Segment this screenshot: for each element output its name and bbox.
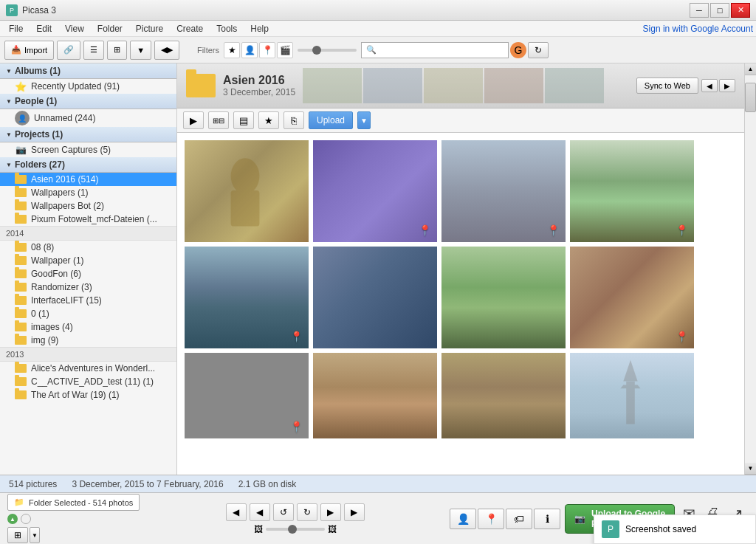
play-button[interactable]: ▶ <box>183 111 204 129</box>
upload-button[interactable]: Upload <box>309 111 353 129</box>
maximize-button[interactable]: □ <box>710 3 729 18</box>
filter-slider[interactable] <box>298 49 357 52</box>
rotate-left-btn[interactable]: ↺ <box>273 503 294 521</box>
unnamed-person-item[interactable]: 👤 Unnamed (244) <box>0 109 176 127</box>
main-area: ▼ Albums (1) ⭐ Recently Updated (91) ▼ P… <box>0 63 756 475</box>
radio-btn[interactable] <box>21 514 31 524</box>
photo-11[interactable] <box>440 351 564 437</box>
location-filter[interactable]: 📍 <box>259 42 275 58</box>
folders-label: Folders (27) <box>15 159 65 170</box>
prev-btn[interactable]: ◀ <box>226 503 247 521</box>
photo-7[interactable] <box>440 245 564 347</box>
sync-button[interactable]: Sync to Web <box>636 78 698 94</box>
scroll-thumb[interactable] <box>745 83 756 112</box>
zoom-slider-container: 🖼 🖼 <box>254 524 337 534</box>
menu-file[interactable]: File <box>3 22 29 35</box>
folder-goodfon[interactable]: GoodFon (6) <box>0 267 176 280</box>
refresh-button[interactable]: ↻ <box>528 42 549 58</box>
photo-1[interactable] <box>183 139 307 241</box>
projects-header[interactable]: ▼ Projects (1) <box>0 127 176 142</box>
view-dropdown-button[interactable]: ▼ <box>30 527 40 543</box>
asien-2016-item[interactable]: Asien 2016 (514) <box>0 173 176 186</box>
menu-edit[interactable]: Edit <box>30 22 58 35</box>
photo-2[interactable]: 📍 <box>312 139 436 241</box>
folders-header[interactable]: ▼ Folders (27) <box>0 157 176 173</box>
movie-filter[interactable]: 🎬 <box>277 42 293 58</box>
star-button[interactable]: ★ <box>258 111 279 129</box>
folder-alice[interactable]: Alice's Adventures in Wonderl... <box>0 362 176 375</box>
movie-button[interactable]: ▤ <box>233 111 254 129</box>
photo-12[interactable] <box>568 351 693 437</box>
person-filter[interactable]: 👤 <box>241 42 258 58</box>
prev-btn-2[interactable]: ◀ <box>250 503 270 521</box>
info-tool-btn[interactable]: ℹ <box>534 509 560 529</box>
star-filter[interactable]: ★ <box>224 42 240 58</box>
wallpapers-item[interactable]: Wallpapers (1) <box>0 186 176 199</box>
list-view-button[interactable]: ☰ <box>83 41 104 60</box>
folder-wallpaper[interactable]: Wallpaper (1) <box>0 254 176 267</box>
bottom-mini-controls: ▲ <box>7 514 31 524</box>
wallpapers-bot-item[interactable]: Wallpapers Bot (2) <box>0 199 176 213</box>
albums-header[interactable]: ▼ Albums (1) <box>0 63 176 79</box>
photo-9[interactable]: 📍 <box>183 351 307 437</box>
upload-dropdown[interactable]: ▼ <box>357 111 371 129</box>
folder-active-add[interactable]: C__ACTIVE_ADD_test (11) (1) <box>0 375 176 388</box>
share-button[interactable]: 🔗 <box>57 41 80 60</box>
folder-interfacelift[interactable]: InterfaceLIFT (15) <box>0 294 176 307</box>
dropdown-button[interactable]: ▼ <box>130 41 151 60</box>
photo-6[interactable] <box>312 245 436 347</box>
next-btn-2[interactable]: ▶ <box>344 503 365 521</box>
next-btn[interactable]: ▶ <box>320 503 341 521</box>
grid-view-button[interactable]: ⊞ <box>107 41 127 60</box>
photo-8[interactable]: 📍 <box>568 245 693 347</box>
photo-4[interactable]: 📍 <box>568 139 693 241</box>
scroll-track[interactable] <box>745 75 756 463</box>
photo-5[interactable]: 📍 <box>183 245 307 347</box>
photo-count: 514 pictures <box>9 479 57 489</box>
sync-radio-buttons: ◀ ▶ <box>701 79 735 92</box>
zoom-slider[interactable] <box>266 528 325 531</box>
folder-images[interactable]: images (4) <box>0 320 176 334</box>
unnamed-label: Unnamed (244) <box>34 113 95 123</box>
sync-radio-left[interactable]: ◀ <box>701 79 718 92</box>
scroll-down-arrow[interactable]: ▼ <box>745 463 756 475</box>
photo-10[interactable] <box>312 351 436 437</box>
menu-folder[interactable]: Folder <box>92 22 128 35</box>
rotate-right-btn[interactable]: ↻ <box>297 503 317 521</box>
zoom-thumb[interactable] <box>288 525 297 534</box>
collage-button[interactable]: ⊞⊟ <box>208 111 229 129</box>
folder-08[interactable]: 08 (8) <box>0 241 176 254</box>
people-header[interactable]: ▼ People (1) <box>0 94 176 109</box>
wallpapers-label: Wallpapers (1) <box>31 187 89 198</box>
nav-button[interactable]: ◀▶ <box>154 41 179 60</box>
folder-images-label: images (4) <box>31 322 73 332</box>
folder-0[interactable]: 0 (1) <box>0 307 176 320</box>
year-2013-label: 2013 <box>0 347 176 362</box>
menu-tools[interactable]: Tools <box>210 22 243 35</box>
search-input[interactable] <box>379 46 504 55</box>
close-button[interactable]: ✕ <box>731 3 750 18</box>
minimize-button[interactable]: ─ <box>690 3 709 18</box>
folder-img[interactable]: img (9) <box>0 334 176 347</box>
signin-link[interactable]: Sign in with Google Account <box>643 24 753 34</box>
menu-picture[interactable]: Picture <box>130 22 169 35</box>
menu-create[interactable]: Create <box>171 22 209 35</box>
photo-3[interactable]: 📍 <box>440 139 564 241</box>
pixum-item[interactable]: Pixum Fotowelt_mcf-Dateien (... <box>0 213 176 226</box>
screen-captures-item[interactable]: 📷 Screen Captures (5) <box>0 142 176 157</box>
import-button[interactable]: 📥 Import <box>4 41 54 60</box>
recently-updated-item[interactable]: ⭐ Recently Updated (91) <box>0 79 176 94</box>
export-button[interactable]: ⎘ <box>284 111 304 129</box>
folder-randomizer[interactable]: Randomizer (3) <box>0 280 176 294</box>
menu-view[interactable]: View <box>59 22 90 35</box>
sync-radio-right[interactable]: ▶ <box>719 79 735 92</box>
folder-interfacelift-label: InterfaceLIFT (15) <box>31 295 102 306</box>
view-thumb-button[interactable]: ⊞ <box>7 527 28 543</box>
folder-art-of-war[interactable]: The Art of War (19) (1) <box>0 388 176 402</box>
menu-help[interactable]: Help <box>244 22 275 35</box>
tag-tool-btn[interactable]: 🏷 <box>506 509 532 529</box>
scroll-up-arrow[interactable]: ▲ <box>745 63 756 75</box>
people-tool-btn[interactable]: 👤 <box>450 509 476 529</box>
sync-label: Sync to Web <box>645 81 690 90</box>
location-tool-btn[interactable]: 📍 <box>478 509 504 529</box>
